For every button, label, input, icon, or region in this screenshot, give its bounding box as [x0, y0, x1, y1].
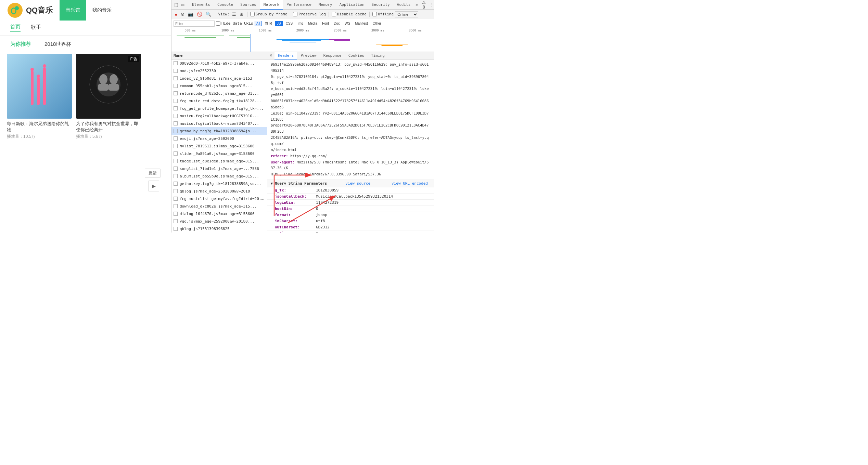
filter-css[interactable]: CSS: [284, 21, 295, 26]
camera-button[interactable]: 📷: [187, 11, 194, 17]
file-item-22[interactable]: qblog.js?1531398396825: [171, 225, 267, 232]
filter-js[interactable]: JS: [275, 21, 283, 26]
search-button[interactable]: 🔍: [205, 11, 212, 17]
file-item-17[interactable]: qblog.js?max_age=2592000&v=2018: [171, 187, 267, 195]
detail-tab-timing[interactable]: Timing: [368, 52, 388, 59]
throttle-select[interactable]: Online Fast 3G Slow 3G Offline: [395, 11, 418, 17]
play-button[interactable]: ▶: [148, 181, 159, 191]
file-item-8[interactable]: musicu.fcg?callback=recom7343407...: [171, 120, 267, 127]
param-key-7: notice:: [275, 231, 316, 232]
preserve-log-checkbox[interactable]: Preserve log: [293, 12, 326, 16]
file-item-18[interactable]: fcg_musiclist_getmyfav.fcg?dirid=20...: [171, 195, 267, 202]
detail-tab-cookies[interactable]: Cookies: [345, 52, 368, 59]
music-card-0[interactable]: 每日新歌：海尔兄弟送给你的礼物 播放量：10.5万: [7, 54, 72, 140]
record-button[interactable]: ●: [174, 11, 178, 18]
detail-tab-preview[interactable]: Preview: [297, 52, 320, 59]
music-card-1[interactable]: 广告 为了你我有勇气对抗全世界，即使你已经离开 播放量：5.6万: [76, 54, 141, 140]
hide-data-urls-input[interactable]: [216, 21, 220, 26]
file-item-10[interactable]: emoji.js?max_age=2592000: [171, 135, 267, 142]
file-item-5[interactable]: fcg_music_red_dota.fcg?g_tk=18128...: [171, 97, 267, 105]
file-name-4: returncode_df82b2c.js?max_age=31...: [180, 91, 259, 96]
file-item-0[interactable]: 09892dd0-7b10-45b2-a97c-37ab4a...: [171, 59, 267, 67]
tab-sources[interactable]: Sources: [237, 0, 260, 10]
query-string-params-header[interactable]: ▼ Query String Parameters view source vi…: [267, 180, 434, 187]
param-val-2: 1104272319: [316, 200, 339, 205]
devtools-tab-icons: » ⚠ 8 ⋮ ✕: [414, 0, 434, 10]
device-icon[interactable]: ▭: [179, 2, 186, 8]
file-item-15[interactable]: albumlist_bb55b9e.js?max_age=315...: [171, 172, 267, 180]
file-item-3[interactable]: common_955cab1.js?max_age=315...: [171, 82, 267, 90]
more-options-icon[interactable]: ⋮: [429, 2, 434, 8]
filter-input[interactable]: [174, 21, 215, 27]
tab-audits[interactable]: Audits: [394, 0, 414, 10]
list-view-button[interactable]: ☰: [231, 11, 237, 17]
disable-cache-input[interactable]: [332, 12, 336, 16]
grid-view-button[interactable]: ⊞: [239, 11, 244, 17]
file-item-16[interactable]: gethotkey.fcg?g_tk=1812838859&jso...: [171, 180, 267, 187]
warning-icon[interactable]: ⚠ 8: [421, 0, 427, 10]
offline-checkbox[interactable]: Offline: [372, 12, 394, 16]
file-name-13: taogelist_d8e1dea.js?max_age=315...: [180, 159, 259, 163]
music-hall-button[interactable]: 音乐馆: [60, 0, 86, 21]
filter-other[interactable]: Other: [371, 21, 383, 26]
param-row-4: format: jsonp: [267, 212, 434, 218]
file-item-2[interactable]: index_v2_9fb0d81.js?max_age=3153: [171, 75, 267, 82]
my-music-button[interactable]: 我的音乐: [86, 0, 118, 21]
svg-rect-5: [31, 71, 34, 105]
detail-tab-response[interactable]: Response: [320, 52, 345, 59]
tab-console[interactable]: Console: [214, 0, 237, 10]
param-row-5: inCharset: utf8: [267, 218, 434, 224]
preserve-log-input[interactable]: [293, 12, 297, 16]
world-cup-label: 2018世界杯: [44, 41, 71, 48]
filter-all[interactable]: All: [255, 21, 262, 26]
file-item-11[interactable]: mvlist_7819512.js?max_age=3153600: [171, 142, 267, 150]
filter-doc[interactable]: Doc: [332, 21, 342, 26]
group-by-frame-input[interactable]: [250, 12, 255, 16]
file-checkbox-7: [174, 114, 178, 118]
tab-security[interactable]: Security: [368, 0, 394, 10]
music-card-title-0: 每日新歌：海尔兄弟送给你的礼物: [7, 121, 72, 133]
file-item-7[interactable]: musicu.fcg?callback=getUCGI57916...: [171, 112, 267, 120]
svg-rect-23: [282, 40, 321, 41]
view-source-link[interactable]: view source: [345, 181, 370, 186]
tab-performance[interactable]: Performance: [283, 0, 315, 10]
filter-xhr[interactable]: XHR: [263, 21, 274, 26]
file-item-13[interactable]: taogelist_d8e1dea.js?max_age=315...: [171, 157, 267, 165]
tab-elements[interactable]: Elements: [189, 0, 214, 10]
filter-font[interactable]: Font: [320, 21, 331, 26]
stop-recording-button[interactable]: ⊘: [180, 11, 186, 17]
music-card-img-1: 广告: [76, 54, 141, 119]
file-item-4[interactable]: returncode_df82b2c.js?max_age=31...: [171, 90, 267, 97]
feedback-button[interactable]: 反馈: [145, 169, 161, 178]
file-item-6[interactable]: fcg_get_profile_homepage.fcg?g_tk=...: [171, 105, 267, 112]
file-name-11: mvlist_7819512.js?max_age=3153600: [180, 144, 255, 148]
file-item-21[interactable]: yqq.js?max_age=2592000&v=20180...: [171, 217, 267, 225]
file-item-12[interactable]: slider_9a891a6.js?max_age=3153600: [171, 150, 267, 157]
view-url-encoded-link[interactable]: view URL encoded: [392, 181, 428, 186]
inspect-icon[interactable]: ⬚: [173, 2, 179, 8]
nav-artist[interactable]: 歌手: [31, 24, 41, 32]
file-item-19[interactable]: download_d7c802e.js?max_age=315...: [171, 202, 267, 210]
filter-img[interactable]: Img: [296, 21, 305, 26]
tick-500: 500 ms: [171, 29, 209, 34]
group-by-frame-checkbox[interactable]: Group by frame: [250, 12, 288, 16]
detail-tab-headers[interactable]: Headers: [275, 52, 297, 59]
filter-manifest[interactable]: Manifest: [353, 21, 370, 26]
detail-close-button[interactable]: ✕: [267, 53, 275, 58]
more-tabs-icon[interactable]: »: [414, 2, 419, 8]
hide-data-urls-checkbox[interactable]: Hide data URLs: [216, 21, 253, 26]
file-item-1[interactable]: mod.js?r=2552330: [171, 67, 267, 75]
file-item-20[interactable]: dialog_16f4670.js?max_age=3153600: [171, 210, 267, 217]
disable-cache-checkbox[interactable]: Disable cache: [332, 12, 367, 16]
tab-network[interactable]: Network: [260, 0, 283, 10]
filter-ws[interactable]: WS: [343, 21, 352, 26]
tab-application[interactable]: Application: [336, 0, 368, 10]
file-item-14[interactable]: songlist_7fbd1e1.js?max_age=...7536: [171, 165, 267, 172]
offline-input[interactable]: [372, 12, 377, 16]
filter-button[interactable]: 🚫: [196, 11, 203, 17]
tab-memory[interactable]: Memory: [315, 0, 336, 10]
nav-home[interactable]: 首页: [10, 24, 21, 32]
file-item-9[interactable]: getmv_by_tag?g_tk=1812838859&js...: [171, 127, 267, 135]
hide-data-urls-label: Hide data URLs: [221, 21, 253, 26]
filter-media[interactable]: Media: [306, 21, 319, 26]
